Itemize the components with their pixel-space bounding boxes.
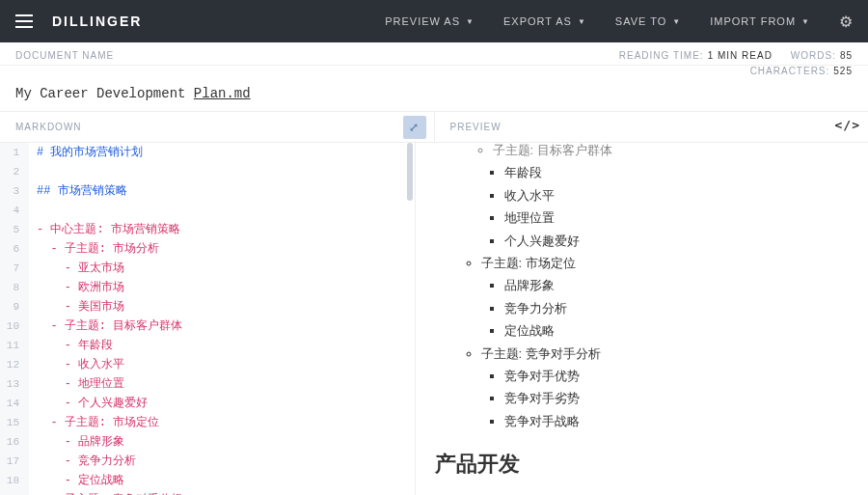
editor-line[interactable]: 18 - 定位战略 [0, 471, 415, 490]
editor-line[interactable]: 14 - 个人兴趣爱好 [0, 394, 415, 413]
hamburger-icon[interactable] [15, 14, 33, 28]
reading-time-value: 1 MIN READ [708, 50, 773, 61]
line-number: 12 [0, 355, 29, 374]
chevron-down-icon: ▼ [578, 17, 586, 26]
line-number: 1 [0, 143, 29, 162]
preview-list-item: 子主题: 市场定位 [481, 252, 850, 274]
editor-line[interactable]: 7 - 亚太市场 [0, 259, 415, 278]
preview-list-item: 子主题: 竞争对手分析 [481, 343, 850, 365]
editor-line[interactable]: 11 - 年龄段 [0, 336, 415, 355]
words-value: 85 [840, 50, 853, 61]
reading-time-label: READING TIME: [619, 50, 704, 61]
preview-list-item: 竞争对手优势 [504, 365, 850, 387]
meta-row-2: CHARACTERS:525 [0, 66, 868, 80]
line-code: - 子主题: 目标客户群体 [29, 316, 182, 336]
meta-row: DOCUMENT NAME READING TIME:1 MIN READ WO… [0, 42, 868, 66]
line-code: - 中心主题: 市场营销策略 [29, 220, 180, 239]
menu-label: PREVIEW AS [385, 15, 460, 27]
editor-line[interactable]: 1# 我的市场营销计划 [0, 143, 415, 162]
line-code: - 子主题: 市场定位 [29, 413, 159, 432]
line-number: 5 [0, 220, 29, 239]
line-code: - 亚太市场 [29, 259, 124, 278]
menu-label: IMPORT FROM [710, 15, 796, 27]
line-code: - 年龄段 [29, 336, 113, 355]
line-code: # 我的市场营销计划 [29, 143, 143, 162]
line-code: ## 市场营销策略 [29, 181, 127, 201]
line-number: 19 [0, 490, 29, 495]
line-number: 16 [0, 432, 29, 452]
preview-list-item: 个人兴趣爱好 [504, 230, 850, 252]
line-number: 8 [0, 278, 29, 297]
editor-line[interactable]: 10 - 子主题: 目标客户群体 [0, 316, 415, 336]
save-to-menu[interactable]: SAVE TO▼ [615, 15, 681, 27]
preview-list-item: 竞争力分析 [504, 297, 850, 319]
line-number: 17 [0, 452, 29, 471]
editor-line[interactable]: 16 - 品牌形象 [0, 432, 415, 452]
brand-logo: DILLINGER [52, 14, 142, 29]
characters-value: 525 [833, 66, 853, 76]
gear-icon[interactable]: ⚙ [839, 13, 853, 31]
menu-label: EXPORT AS [503, 15, 572, 27]
line-number: 15 [0, 413, 29, 432]
editor-line[interactable]: 8 - 欧洲市场 [0, 278, 415, 297]
menu-label: SAVE TO [615, 15, 666, 27]
editor-line[interactable]: 13 - 地理位置 [0, 374, 415, 394]
editor-line[interactable]: 17 - 竞争力分析 [0, 452, 415, 471]
preview-list-item: 地理位置 [504, 206, 850, 229]
preview-list-item: 定位战略 [504, 319, 850, 342]
characters-label: CHARACTERS: [750, 66, 830, 76]
line-number: 14 [0, 394, 29, 413]
panels-header: MARKDOWN ⤢ PREVIEW </> [0, 112, 868, 143]
document-name-input[interactable]: My Career Development Plan.md [15, 86, 251, 101]
preview-list-item: 年龄段 [504, 161, 850, 183]
document-name-label: DOCUMENT NAME [15, 50, 619, 61]
line-number: 3 [0, 181, 29, 201]
words-label: WORDS: [791, 50, 836, 61]
preview-list-item: 子主题: 目标客户群体 [493, 143, 850, 161]
line-code: - 竞争力分析 [29, 452, 136, 471]
editor-line[interactable]: 12 - 收入水平 [0, 355, 415, 374]
line-number: 4 [0, 201, 29, 220]
editor-line[interactable]: 15 - 子主题: 市场定位 [0, 413, 415, 432]
preview-list-item: 品牌形象 [504, 274, 850, 296]
editor-line[interactable]: 3## 市场营销策略 [0, 181, 415, 201]
import-from-menu[interactable]: IMPORT FROM▼ [710, 15, 810, 27]
preview-panel-label: PREVIEW </> [434, 112, 869, 143]
preview-list-item: 收入水平 [504, 184, 850, 206]
markdown-panel-label: MARKDOWN ⤢ [0, 112, 434, 143]
editor-line[interactable]: 9 - 美国市场 [0, 297, 415, 316]
chevron-down-icon: ▼ [672, 17, 681, 26]
preview-heading: 产品开发 [435, 450, 850, 479]
preview-list-item: 竞争对手战略 [504, 410, 850, 432]
markdown-editor[interactable]: 1# 我的市场营销计划23## 市场营销策略45- 中心主题: 市场营销策略6 … [0, 143, 415, 495]
editor-line[interactable]: 19 - 子主题: 竞争对手分析 [0, 490, 415, 495]
line-number: 2 [0, 162, 29, 181]
line-number: 7 [0, 259, 29, 278]
line-number: 10 [0, 316, 29, 336]
header-menu: PREVIEW AS▼ EXPORT AS▼ SAVE TO▼ IMPORT F… [385, 13, 853, 31]
line-code: - 美国市场 [29, 297, 124, 316]
editor-scrollbar[interactable] [407, 143, 413, 201]
document-name-row: My Career Development Plan.md [0, 80, 868, 112]
line-number: 9 [0, 297, 29, 316]
preview-as-menu[interactable]: PREVIEW AS▼ [385, 15, 475, 27]
line-number: 18 [0, 471, 29, 490]
editor-line[interactable]: 6 - 子主题: 市场分析 [0, 239, 415, 259]
panels: 1# 我的市场营销计划23## 市场营销策略45- 中心主题: 市场营销策略6 … [0, 143, 868, 495]
editor-line[interactable]: 5- 中心主题: 市场营销策略 [0, 220, 415, 239]
preview-pane[interactable]: 子主题: 目标客户群体 年龄段收入水平地理位置个人兴趣爱好 子主题: 市场定位 … [415, 143, 869, 495]
line-code: - 个人兴趣爱好 [29, 394, 148, 413]
editor-line[interactable]: 2 [0, 162, 415, 181]
expand-editor-button[interactable]: ⤢ [403, 116, 426, 139]
export-as-menu[interactable]: EXPORT AS▼ [503, 15, 586, 27]
line-code: - 子主题: 竞争对手分析 [29, 490, 182, 495]
html-toggle-button[interactable]: </> [835, 118, 860, 132]
line-number: 13 [0, 374, 29, 394]
line-code: - 收入水平 [29, 355, 124, 374]
line-number: 6 [0, 239, 29, 259]
editor-line[interactable]: 4 [0, 201, 415, 220]
document-stats: READING TIME:1 MIN READ WORDS:85 [619, 50, 853, 61]
preview-list-item: 中心主题: 产品开发 [458, 490, 850, 495]
preview-list-item: 竞争对手劣势 [504, 387, 850, 409]
line-code: - 地理位置 [29, 374, 124, 394]
